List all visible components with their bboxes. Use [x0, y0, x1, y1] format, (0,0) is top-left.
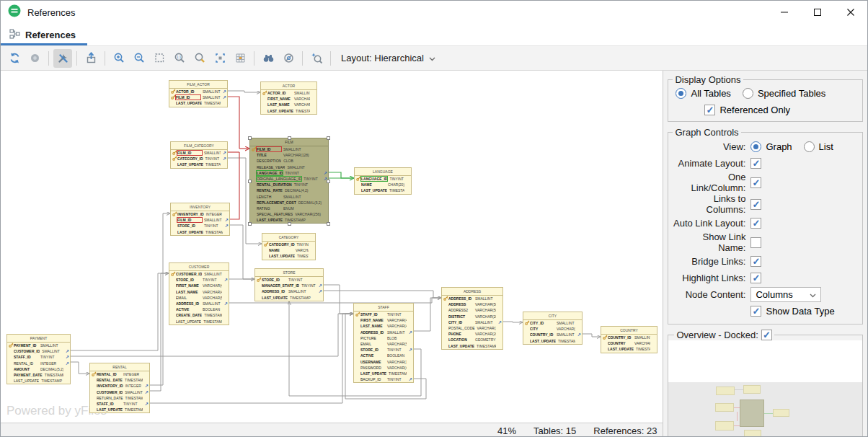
column-row[interactable]: DISTRICTVARCHAR(20)	[442, 314, 502, 319]
selection-handle[interactable]	[327, 222, 330, 226]
column-row[interactable]: FIRST_NAMEVARCHAR(45)	[261, 96, 316, 102]
column-row[interactable]: STORE_IDTINYINT↗	[354, 347, 413, 353]
column-row[interactable]: ACTOR_IDSMALLINT	[261, 90, 316, 96]
table-node-category[interactable]: CATEGORYCATEGORY_IDTINYINTNAMEVARCHAR(25…	[262, 233, 316, 260]
column-row[interactable]: ADDRESS2VARCHAR(50)	[442, 307, 502, 313]
column-row[interactable]: COUNTRY_IDSMALLINT↗	[523, 332, 582, 337]
column-row[interactable]: PAYMENT_IDSMALLINT	[7, 343, 70, 348]
close-button[interactable]	[834, 1, 867, 24]
node-content-select[interactable]: Columns	[750, 287, 821, 302]
column-row[interactable]: CREATE_DATETIMESTAMP	[169, 312, 229, 318]
column-row[interactable]: CATEGORY_IDTINYINT↗	[171, 156, 227, 162]
column-row[interactable]: FILM_IDSMALLINT↗	[171, 150, 227, 156]
column-row[interactable]: CITY_IDSMALLINT	[523, 320, 582, 326]
column-row[interactable]: TITLEVARCHAR(128)	[250, 152, 328, 158]
column-row[interactable]: RATINGENUM	[250, 206, 328, 211]
tools-icon[interactable]	[53, 49, 72, 68]
overview-viewport[interactable]	[668, 340, 862, 382]
column-row[interactable]: LANGUAGE_IDTINYINT	[355, 176, 411, 182]
column-row[interactable]: LANGUAGE_IDTINYINT↗	[250, 170, 328, 176]
table-node-payment[interactable]: PAYMENTPAYMENT_IDSMALLINTCUSTOMER_IDSMAL…	[6, 334, 71, 384]
graph-radio[interactable]: Graph	[750, 141, 792, 152]
table-node-actor[interactable]: ACTORACTOR_IDSMALLINTFIRST_NAMEVARCHAR(4…	[260, 81, 317, 115]
column-row[interactable]: ORIGINAL_LANGUAGE_IDTINYINT↗	[250, 176, 328, 182]
binoculars-icon[interactable]	[259, 49, 278, 68]
selection-handle[interactable]	[248, 136, 252, 140]
column-row[interactable]: REPLACEMENT_COSTDECIMAL(5,2)	[250, 200, 328, 206]
table-node-store[interactable]: STORESTORE_IDTINYINTMANAGER_STAFF_IDTINY…	[254, 268, 324, 301]
column-row[interactable]: LAST_UPDATETIMESTAMP	[90, 407, 149, 412]
column-row[interactable]: CATEGORY_IDTINYINT	[262, 242, 315, 247]
specified-tables-radio[interactable]: Specified Tables	[743, 88, 825, 99]
column-row[interactable]: RENTAL_DURATIONTINYINT	[250, 182, 328, 187]
column-row[interactable]: USERNAMEVARCHAR(16)	[354, 359, 413, 365]
column-row[interactable]: RENTAL_IDINTEGER↗	[7, 361, 70, 366]
column-row[interactable]: LAST_UPDATETIMESTAMP	[7, 378, 70, 384]
table-node-address[interactable]: ADDRESSADDRESS_IDSMALLINTADDRESSVARCHAR(…	[441, 287, 503, 350]
selection-handle[interactable]	[248, 222, 252, 226]
column-row[interactable]: CITY_IDSMALLINT↗	[442, 319, 502, 325]
table-node-customer[interactable]: CUSTOMERCUSTOMER_IDSMALLINTSTORE_IDTINYI…	[169, 262, 229, 325]
column-row[interactable]: BACKUP_IDTINYINT↗	[354, 376, 413, 382]
column-row[interactable]: LENGTHSMALLINT	[250, 194, 328, 200]
layout-dropdown[interactable]: Layout: Hierarchical	[335, 49, 441, 68]
column-row[interactable]: CUSTOMER_IDSMALLINT↗	[90, 389, 149, 395]
column-row[interactable]: LAST_NAMEVARCHAR(45)	[169, 289, 229, 295]
column-row[interactable]: LAST_UPDATETIMESTAMP	[171, 162, 227, 167]
find-new-icon[interactable]	[307, 49, 326, 68]
column-row[interactable]: PASSWORDVARCHAR(40)	[354, 365, 413, 371]
list-radio[interactable]: List	[804, 141, 833, 152]
table-node-staff[interactable]: STAFFSTAFF_IDTINYINTFIRST_NAMEVARCHAR(45…	[353, 303, 414, 383]
links-to-columns-checkbox[interactable]: ✓	[750, 199, 761, 210]
column-row[interactable]: COUNTRY_IDSMALLINT	[601, 335, 657, 340]
export-icon[interactable]	[81, 49, 100, 68]
column-row[interactable]: STORE_IDTINYINT	[255, 277, 323, 283]
referenced-only-checkbox[interactable]: ✓	[704, 105, 715, 115]
column-row[interactable]: EMAILVARCHAR(50)	[354, 341, 413, 347]
column-row[interactable]: INVENTORY_IDINTEGER↗	[90, 383, 149, 389]
column-row[interactable]: CUSTOMER_IDSMALLINT↗	[7, 348, 70, 354]
table-node-city[interactable]: CITYCITY_IDSMALLINTCITYVARCHAR(50)COUNTR…	[523, 312, 583, 345]
fit-content-icon[interactable]	[211, 49, 229, 68]
column-row[interactable]: COUNTRYVARCHAR(50)	[601, 340, 657, 346]
auto-link-layout-checkbox[interactable]: ✓	[750, 218, 761, 229]
table-node-film[interactable]: FILMFILM_IDSMALLINTTITLEVARCHAR(128)DESC…	[249, 138, 329, 224]
table-node-language[interactable]: LANGUAGELANGUAGE_IDTINYINTNAMECHAR(20)LA…	[354, 167, 412, 195]
selection-handle[interactable]	[288, 136, 291, 140]
column-row[interactable]: ADDRESS_IDSMALLINT↗	[354, 330, 413, 335]
column-row[interactable]: CITYVARCHAR(50)	[523, 326, 582, 332]
column-row[interactable]: EMAILVARCHAR(50)	[169, 295, 229, 301]
column-row[interactable]: STAFF_IDTINYINT↗	[7, 354, 70, 360]
column-row[interactable]: FILM_IDSMALLINT↗	[171, 217, 229, 223]
record-icon[interactable]	[25, 49, 44, 68]
column-row[interactable]: STORE_IDTINYINT↗	[169, 277, 229, 283]
table-node-film-category[interactable]: FILM_CATEGORYFILM_IDSMALLINT↗CATEGORY_ID…	[170, 141, 228, 169]
column-row[interactable]: LAST_UPDATETIMESTAMP	[169, 319, 229, 325]
column-row[interactable]: LAST_UPDATETIMESTAMP	[169, 100, 227, 106]
selection-handle[interactable]	[327, 136, 330, 140]
column-row[interactable]: PHONEVARCHAR(20)	[442, 331, 502, 337]
marquee-select-icon[interactable]	[150, 49, 169, 68]
show-data-type-checkbox[interactable]: ✓	[750, 306, 761, 317]
column-row[interactable]: LAST_UPDATETIMESTAMP	[523, 338, 582, 344]
column-row[interactable]: SPECIAL_FEATURESVARCHAR(256)	[250, 211, 328, 217]
column-row[interactable]: AMOUNTDECIMAL(5,2)	[7, 366, 70, 372]
overview-minimap[interactable]	[668, 382, 862, 437]
bridge-links-checkbox[interactable]: ✓	[750, 256, 761, 267]
column-row[interactable]: ADDRESS_IDSMALLINT	[442, 296, 502, 301]
column-row[interactable]: ACTOR_IDSMALLINT↗	[169, 89, 227, 94]
column-row[interactable]: LAST_UPDATETIMESTAMP	[255, 295, 323, 301]
column-row[interactable]: FIRST_NAMEVARCHAR(45)	[354, 317, 413, 323]
column-row[interactable]: LAST_UPDATETIMESTAMP	[354, 371, 413, 376]
column-row[interactable]: RETURN_DATETIMESTAMP	[90, 395, 149, 401]
column-row[interactable]: NAMEVARCHAR(25)	[262, 247, 315, 253]
column-row[interactable]: CUSTOMER_IDSMALLINT	[169, 271, 229, 277]
grid-icon[interactable]	[231, 49, 249, 68]
animate-layout-checkbox[interactable]: ✓	[750, 158, 761, 169]
column-row[interactable]: FILM_IDSMALLINT	[250, 146, 328, 152]
column-row[interactable]: FIRST_NAMEVARCHAR(45)	[169, 283, 229, 288]
column-row[interactable]: LAST_UPDATETIMESTAMP	[171, 229, 229, 235]
tab-references[interactable]: References	[1, 24, 87, 45]
column-row[interactable]: ADDRESSVARCHAR(50)	[442, 301, 502, 307]
search-icon[interactable]	[190, 49, 209, 68]
